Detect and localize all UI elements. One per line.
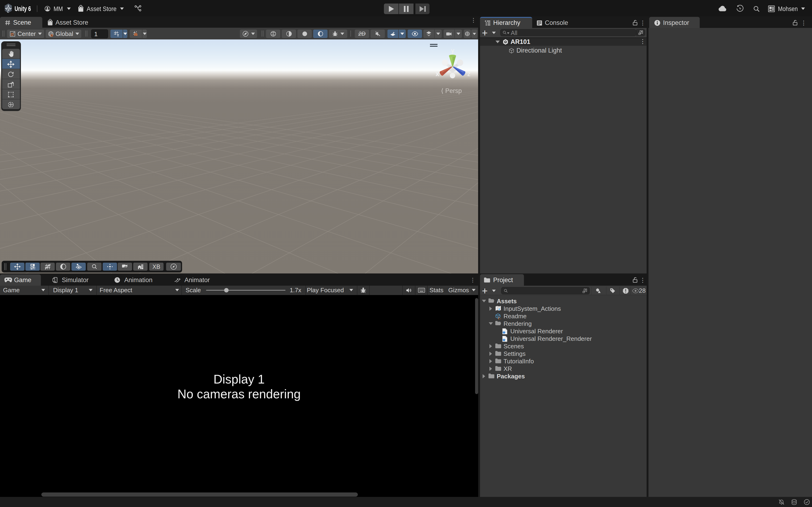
svg-text:x: x — [436, 70, 439, 77]
svg-text:z: z — [467, 70, 471, 77]
svg-text:y: y — [451, 47, 454, 54]
svg-text:{..}: {..} — [498, 317, 501, 320]
